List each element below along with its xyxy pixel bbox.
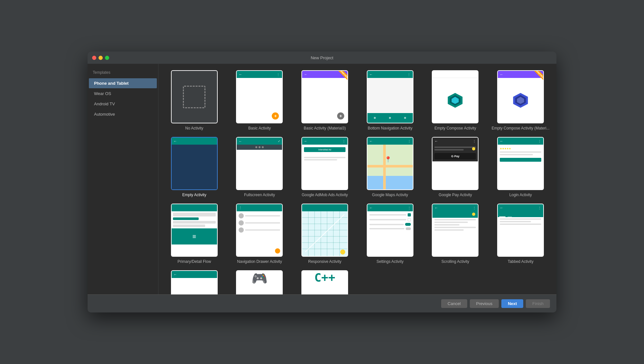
next-button[interactable]: Next [501,299,523,308]
template-label-no-activity: No Activity [185,126,203,130]
template-label-scrolling: Scrolling Activity [441,259,469,264]
compose-icon [446,91,464,109]
template-label-basic-material3: Basic Activity (Material3) [304,126,346,130]
sidebar-section-label: Templates [88,69,158,78]
cancel-button[interactable]: Cancel [441,299,467,308]
footer: Cancel Previous Next Finish [88,294,556,312]
sidebar-item-android-tv[interactable]: Android TV [89,99,157,109]
template-gpay[interactable]: ← ⋮ G Pay Google Pay Activity [426,137,485,197]
sidebar-item-wear-os[interactable]: Wear OS [89,89,157,99]
template-label-fullscreen: Fullscreen Activity [244,193,275,197]
close-button[interactable] [92,56,96,60]
template-label-nav-drawer: Navigation Drawer Activity [237,259,282,264]
basic-phone-mockup: ← ⋮ + [237,71,282,123]
templates-area: No Activity ← ⋮ + [158,64,556,294]
template-scrolling[interactable]: ← ⋮ [426,204,485,264]
template-fullscreen[interactable]: ← ⤢ Ful [230,137,289,197]
template-label-admob: Google AdMob Ads Activity [302,193,348,197]
template-no-activity[interactable]: No Activity [165,70,224,130]
previous-button[interactable]: Previous [470,299,499,308]
svg-line-18 [305,215,345,252]
gpay-thumb: ← ⋮ G Pay [432,138,478,161]
template-label-maps: Google Maps Activity [372,193,408,197]
titlebar: New Project [88,52,556,64]
template-label-tabbed: Tabbed Activity [508,259,534,264]
minimize-button[interactable] [99,56,103,60]
app-window: New Project Templates Phone and Tablet W… [88,52,556,312]
template-label-login: Login Activity [509,193,532,197]
template-settings[interactable]: ← ⋮ [361,204,420,264]
template-label-empty: Empty Activity [182,193,206,197]
sidebar-item-phone-tablet[interactable]: Phone and Tablet [89,78,157,88]
template-empty-compose-material[interactable]: ← PREVIEW [491,70,550,130]
template-empty-compose[interactable]: Empty Compose Activity [426,70,485,130]
template-tabbed[interactable]: ← ⋮ [491,204,550,264]
template-label-bottom-nav: Bottom Navigation Activity [368,126,412,130]
template-primary-detail[interactable]: ≡ Primary/Detail Flow [165,204,224,264]
template-label-responsive: Responsive Activity [308,259,341,264]
traffic-lights [92,56,109,60]
compose-material-icon [512,91,529,109]
template-basic-activity[interactable]: ← ⋮ + Basic Activity [230,70,289,130]
template-admob[interactable]: ← ⋮ Interstitial Ad [295,137,354,197]
template-cpp[interactable]: C++ Native C++ [295,270,354,294]
maximize-button[interactable] [105,56,109,60]
sidebar: Templates Phone and Tablet Wear OS Andro… [88,64,158,294]
template-label-gpay: Google Pay Activity [439,193,472,197]
no-activity-thumb [172,71,217,123]
main-content: Templates Phone and Tablet Wear OS Andro… [88,64,556,294]
template-empty-activity[interactable]: ← Empty Activity [165,137,224,197]
template-view-binding[interactable]: ← View Binding Activity [165,270,224,294]
template-responsive[interactable]: Responsive Activity [295,204,354,264]
template-label-basic: Basic Activity [248,126,271,130]
template-label-primary-detail: Primary/Detail Flow [177,259,211,264]
template-maps[interactable]: ← ⋮ 📍 Google Maps Activity [361,137,420,197]
finish-button[interactable]: Finish [526,299,550,308]
template-login[interactable]: ← ⋮ ★★★★★ [491,137,550,197]
template-nav-drawer[interactable]: ⋮ [230,204,289,264]
template-label-empty-compose-material: Empty Compose Activity (Materi... [492,126,550,130]
template-label-settings: Settings Activity [376,259,403,264]
sidebar-item-automotive[interactable]: Automotive [89,109,157,119]
responsive-grid [302,211,347,256]
svg-point-19 [340,250,346,255]
template-game[interactable]: 🎮 Game Activity [230,270,289,294]
window-title: New Project [311,55,333,60]
dashed-rect [183,86,205,108]
templates-grid: No Activity ← ⋮ + [165,70,550,294]
template-bottom-nav[interactable]: ← ⋮ Bottom Navigation Activity [361,70,420,130]
fullscreen-thumb: ← ⤢ [237,138,282,150]
template-label-empty-compose: Empty Compose Activity [434,126,476,130]
template-basic-material3[interactable]: ← ⋮ + PREVIEW Basic Activity (Material3) [295,70,354,130]
